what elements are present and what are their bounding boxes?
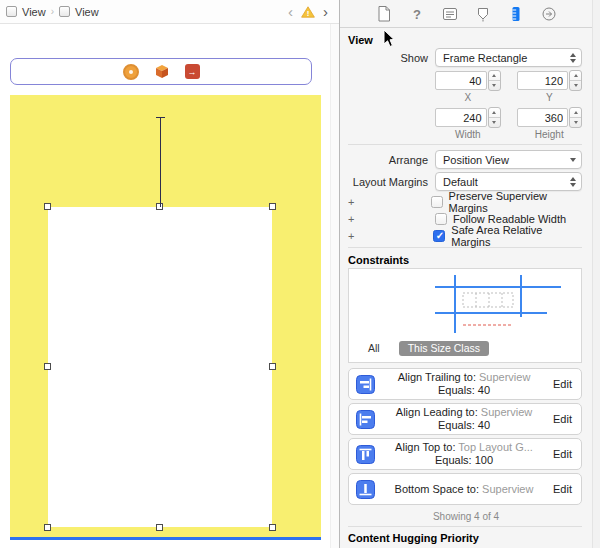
resize-handle-bottom-left[interactable] <box>44 524 51 531</box>
layout-margins-popup[interactable]: Default <box>435 172 582 191</box>
edit-button[interactable]: Edit <box>553 378 572 390</box>
tab-all[interactable]: All <box>359 341 389 356</box>
resize-handle-top-left[interactable] <box>44 203 51 210</box>
xy-labels: X Y <box>435 92 582 103</box>
exit-segue-icon[interactable]: → <box>185 64 200 79</box>
inspector-scrollbar[interactable] <box>592 0 600 548</box>
equals-value: 100 <box>475 454 493 466</box>
quick-help-icon[interactable]: ? <box>408 5 425 22</box>
arrange-popup[interactable]: Position View <box>435 150 582 169</box>
content-hugging-priority-title: Content Hugging Priority <box>348 532 592 544</box>
arrange-row: Arrange Position View <box>340 150 582 169</box>
canvas-scrollbar[interactable] <box>330 24 339 548</box>
resize-handle-bottom-middle[interactable] <box>156 524 163 531</box>
edit-button[interactable]: Edit <box>553 413 572 425</box>
preserve-superview-margins-row: + Preserve Superview Margins <box>348 194 582 209</box>
bottom-space-icon <box>356 480 375 499</box>
checkbox-preserve-superview-margins[interactable] <box>431 196 443 208</box>
resize-handle-top-right[interactable] <box>269 203 276 210</box>
edit-button[interactable]: Edit <box>553 483 572 495</box>
size-class-tabs: All This Size Class <box>349 341 581 362</box>
add-variation-button[interactable]: + <box>348 196 359 208</box>
attributes-inspector-icon[interactable] <box>474 5 491 22</box>
separator <box>348 144 582 145</box>
height-field[interactable] <box>517 108 569 127</box>
x-field[interactable] <box>435 71 487 90</box>
constraint-list: Align Trailing to: Superview Equals: 40 … <box>348 368 582 505</box>
show-popup[interactable]: Frame Rectangle <box>435 48 582 67</box>
first-responder-cube-icon[interactable] <box>154 64 170 80</box>
back-chevron-icon[interactable]: ‹ <box>285 4 296 19</box>
size-inspector-icon[interactable] <box>507 5 524 22</box>
width-field[interactable] <box>435 108 487 127</box>
edit-button[interactable]: Edit <box>553 448 572 460</box>
inspector-toolbar: ? <box>340 0 592 28</box>
file-inspector-icon[interactable] <box>375 5 392 22</box>
view-controller-icon[interactable] <box>123 64 139 80</box>
constraints-section-title: Constraints <box>348 254 592 266</box>
breadcrumb-item-view-2[interactable]: View <box>75 6 99 18</box>
popup-chevron-icon <box>570 158 581 162</box>
equals-value: 40 <box>478 419 490 431</box>
superview-yellow[interactable] <box>10 95 321 537</box>
constraint-text: Align Trailing to: Superview Equals: 40 <box>379 371 549 397</box>
breadcrumb-chevron-icon: › <box>51 6 54 17</box>
constraint-title: Align Top to: <box>395 441 455 453</box>
forward-chevron-icon[interactable]: › <box>320 4 331 19</box>
resize-handle-middle-left[interactable] <box>44 363 51 370</box>
y-stepper[interactable] <box>569 70 582 91</box>
resize-handle-bottom-right[interactable] <box>269 524 276 531</box>
view-document-icon <box>6 6 17 17</box>
svg-text:!: ! <box>307 9 310 18</box>
breadcrumb-item-view-1[interactable]: View <box>22 6 46 18</box>
jump-bar: View › View ‹ ! › <box>0 0 339 24</box>
constraint-text: Bottom Space to: Superview <box>379 483 549 496</box>
add-variation-button[interactable]: + <box>348 230 360 242</box>
constraints-diagram[interactable] <box>349 269 581 339</box>
width-label: Width <box>435 129 501 140</box>
connections-inspector-icon[interactable] <box>540 5 557 22</box>
warning-triangle-icon[interactable]: ! <box>301 6 315 18</box>
y-field[interactable] <box>517 71 569 90</box>
constraint-text: Align Leading to: Superview Equals: 40 <box>379 406 549 432</box>
x-stepper[interactable] <box>488 70 501 91</box>
popup-chevrons-icon <box>570 177 581 187</box>
align-top-icon <box>356 445 375 464</box>
layout-margins-label: Layout Margins <box>340 176 428 188</box>
equals-label: Equals: <box>438 384 475 396</box>
popup-chevrons-icon <box>570 53 581 63</box>
scene-dock: → <box>10 58 312 85</box>
constraint-target: Superview <box>482 483 533 495</box>
equals-label: Equals: <box>438 419 475 431</box>
constraint-row-bottom-space[interactable]: Bottom Space to: Superview Edit <box>348 473 582 505</box>
checkbox-label: Safe Area Relative Margins <box>451 224 582 248</box>
svg-text:?: ? <box>413 6 421 21</box>
tab-this-size-class[interactable]: This Size Class <box>399 341 489 356</box>
identity-inspector-icon[interactable] <box>441 5 458 22</box>
layout-margins-popup-value: Default <box>443 176 478 188</box>
top-constraint-line[interactable] <box>160 117 161 207</box>
constraint-target: Superview <box>481 406 532 418</box>
constraint-title: Bottom Space to: <box>395 483 479 495</box>
show-label: Show <box>340 52 428 64</box>
checkbox-follow-readable-width[interactable] <box>435 213 447 225</box>
align-leading-icon <box>356 410 375 429</box>
height-stepper[interactable] <box>569 107 582 128</box>
constraint-row-align-trailing[interactable]: Align Trailing to: Superview Equals: 40 … <box>348 368 582 400</box>
constraint-row-align-leading[interactable]: Align Leading to: Superview Equals: 40 E… <box>348 403 582 435</box>
constraints-diagram-box: All This Size Class <box>348 268 582 363</box>
add-variation-button[interactable]: + <box>348 213 360 225</box>
equals-value: 40 <box>478 384 490 396</box>
wh-fields-row <box>435 107 582 128</box>
width-stepper[interactable] <box>488 107 501 128</box>
resize-handle-middle-right[interactable] <box>269 363 276 370</box>
checkbox-safe-area-relative-margins[interactable] <box>433 230 445 242</box>
constraint-title: Align Leading to: <box>396 406 478 418</box>
show-row: Show Frame Rectangle <box>340 48 582 67</box>
checkbox-label: Preserve Superview Margins <box>449 190 582 214</box>
constraint-row-align-top[interactable]: Align Top to: Top Layout G... Equals: 10… <box>348 438 582 470</box>
bottom-constraint-line[interactable] <box>10 537 321 540</box>
selected-view-white[interactable] <box>48 207 272 527</box>
showing-count: Showing 4 of 4 <box>340 511 592 522</box>
constraint-text: Align Top to: Top Layout G... Equals: 10… <box>379 441 549 467</box>
